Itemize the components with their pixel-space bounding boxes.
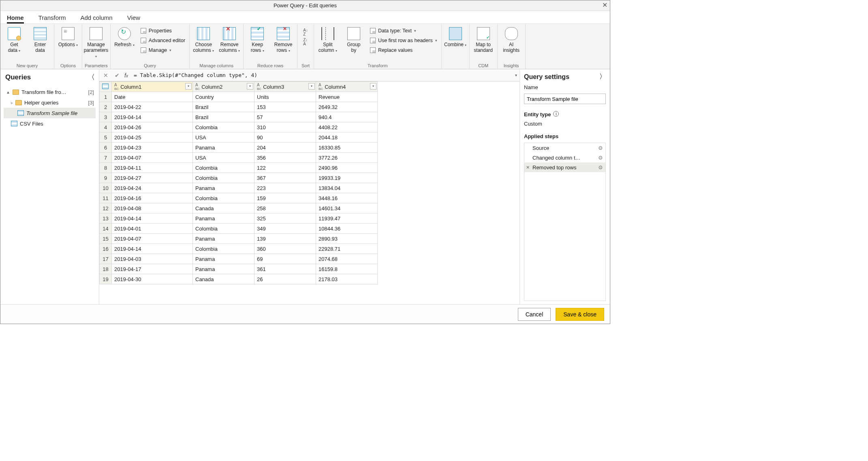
column-filter-icon[interactable]: ▾ xyxy=(370,83,376,90)
choose-columns-button[interactable]: Choosecolumns ▾ xyxy=(192,26,215,54)
cell[interactable]: Colombia xyxy=(193,224,254,234)
cell[interactable]: 2019-04-22 xyxy=(112,102,193,112)
cell[interactable]: Colombia xyxy=(193,163,254,173)
table-row[interactable]: 102019-04-24Panama22313834.04 xyxy=(100,183,520,193)
column-header[interactable]: Column1▾ xyxy=(112,82,193,92)
properties-button[interactable]: Properties xyxy=(139,26,187,35)
row-number[interactable]: 11 xyxy=(100,193,112,203)
cell[interactable]: 10844.36 xyxy=(316,224,378,234)
collapse-queries-icon[interactable]: 〈 xyxy=(88,73,95,82)
cell[interactable]: 360 xyxy=(254,244,316,254)
cell[interactable]: 90 xyxy=(254,132,316,143)
manage-button[interactable]: Manage xyxy=(139,46,187,55)
table-row[interactable]: 52019-04-25USA902044.18 xyxy=(100,132,520,143)
table-row[interactable]: 152019-04-07Panama1392890.93 xyxy=(100,234,520,244)
cell[interactable]: 258 xyxy=(254,203,316,213)
keep-rows-button[interactable]: Keeprows ▾ xyxy=(246,26,269,54)
cell[interactable]: 16159.8 xyxy=(316,264,378,274)
cell[interactable]: 2019-04-14 xyxy=(112,213,193,224)
cell[interactable]: 2044.18 xyxy=(316,132,378,143)
cell[interactable]: Brazil xyxy=(193,112,254,122)
combine-button[interactable]: Combine ▾ xyxy=(444,26,467,48)
get-data-button[interactable]: Getdata ▾ xyxy=(3,26,26,54)
tab-view[interactable]: View xyxy=(127,14,140,23)
column-header[interactable]: Column2▾ xyxy=(193,82,254,92)
cell[interactable]: 310 xyxy=(254,122,316,132)
row-number[interactable]: 15 xyxy=(100,234,112,244)
group-by-button[interactable]: Groupby xyxy=(342,26,365,53)
cell[interactable]: 2019-04-01 xyxy=(112,224,193,234)
cell[interactable]: 2019-04-16 xyxy=(112,193,193,203)
formula-expand-icon[interactable]: ▾ xyxy=(515,73,517,77)
row-number[interactable]: 19 xyxy=(100,274,112,284)
map-to-standard-button[interactable]: Map tostandard xyxy=(472,26,495,53)
row-number[interactable]: 13 xyxy=(100,213,112,224)
remove-rows-button[interactable]: Removerows ▾ xyxy=(272,26,295,54)
table-row[interactable]: 42019-04-26Colombia3104408.22 xyxy=(100,122,520,132)
cell[interactable]: Colombia xyxy=(193,173,254,183)
cell[interactable]: Units xyxy=(254,92,316,102)
table-row[interactable]: 172019-04-03Panama692074.68 xyxy=(100,254,520,264)
collapse-settings-icon[interactable]: 〉 xyxy=(599,73,606,81)
column-filter-icon[interactable]: ▾ xyxy=(185,83,192,90)
formula-text[interactable]: = Table.Skip(#"Changed column type", 4) xyxy=(131,72,512,78)
cell[interactable]: 3448.16 xyxy=(316,193,378,203)
table-row[interactable]: 142019-04-01Colombia34910844.36 xyxy=(100,224,520,234)
row-number[interactable]: 12 xyxy=(100,203,112,213)
remove-columns-button[interactable]: Removecolumns ▾ xyxy=(218,26,241,54)
cell[interactable]: 940.4 xyxy=(316,112,378,122)
query-name-input[interactable] xyxy=(524,94,606,104)
row-number[interactable]: 10 xyxy=(100,183,112,193)
formula-accept-icon[interactable]: ✔ xyxy=(113,72,121,79)
cell[interactable]: 3772.26 xyxy=(316,153,378,163)
grid-corner[interactable] xyxy=(100,82,112,92)
cell[interactable]: Canada xyxy=(193,203,254,213)
cell[interactable]: 356 xyxy=(254,153,316,163)
cell[interactable]: Revenue xyxy=(316,92,378,102)
table-row[interactable]: 72019-04-07USA3563772.26 xyxy=(100,153,520,163)
cell[interactable]: 2019-04-25 xyxy=(112,132,193,143)
cell[interactable]: 2019-04-26 xyxy=(112,122,193,132)
cell[interactable]: 69 xyxy=(254,254,316,264)
cell[interactable]: 2019-04-14 xyxy=(112,112,193,122)
ai-insights-button[interactable]: AIinsights xyxy=(500,26,523,53)
cell[interactable]: 13834.04 xyxy=(316,183,378,193)
query-item[interactable]: ▲Transform file fro…[2] xyxy=(4,87,96,97)
delete-step-icon[interactable]: ✕ xyxy=(526,165,530,170)
table-row[interactable]: 82019-04-11Colombia1222490.96 xyxy=(100,163,520,173)
cell[interactable]: 26 xyxy=(254,274,316,284)
refresh-button[interactable]: Refresh ▾ xyxy=(113,26,136,48)
cell[interactable]: Panama xyxy=(193,254,254,264)
cell[interactable]: 2019-04-03 xyxy=(112,254,193,264)
sort-asc-button[interactable]: A↓Z xyxy=(301,28,310,37)
cell[interactable]: 4408.22 xyxy=(316,122,378,132)
cell[interactable]: 2019-04-07 xyxy=(112,153,193,163)
table-row[interactable]: 182019-04-17Panama36116159.8 xyxy=(100,264,520,274)
cell[interactable]: 223 xyxy=(254,183,316,193)
cell[interactable]: Panama xyxy=(193,264,254,274)
gear-icon[interactable]: ⚙ xyxy=(598,164,603,171)
cell[interactable]: 325 xyxy=(254,213,316,224)
query-item[interactable]: ▹Helper queries[3] xyxy=(4,97,96,108)
cell[interactable]: 2490.96 xyxy=(316,163,378,173)
row-number[interactable]: 2 xyxy=(100,102,112,112)
table-row[interactable]: 112019-04-16Colombia1593448.16 xyxy=(100,193,520,203)
row-number[interactable]: 1 xyxy=(100,92,112,102)
expand-icon[interactable]: ▲ xyxy=(6,90,10,94)
cell[interactable]: Canada xyxy=(193,274,254,284)
cell[interactable]: Colombia xyxy=(193,193,254,203)
cell[interactable]: 2019-04-23 xyxy=(112,143,193,153)
cell[interactable]: 14601.34 xyxy=(316,203,378,213)
row-number[interactable]: 4 xyxy=(100,122,112,132)
row-number[interactable]: 18 xyxy=(100,264,112,274)
cell[interactable]: 2649.32 xyxy=(316,102,378,112)
cell[interactable]: 19933.19 xyxy=(316,173,378,183)
query-item[interactable]: CSV Files xyxy=(4,118,96,129)
cell[interactable]: 2019-04-24 xyxy=(112,183,193,193)
cell[interactable]: USA xyxy=(193,132,254,143)
cell[interactable]: 122 xyxy=(254,163,316,173)
cell[interactable]: 2019-04-17 xyxy=(112,264,193,274)
cell[interactable]: 361 xyxy=(254,264,316,274)
row-number[interactable]: 9 xyxy=(100,173,112,183)
applied-step[interactable]: ✕Removed top rows⚙ xyxy=(524,162,605,172)
